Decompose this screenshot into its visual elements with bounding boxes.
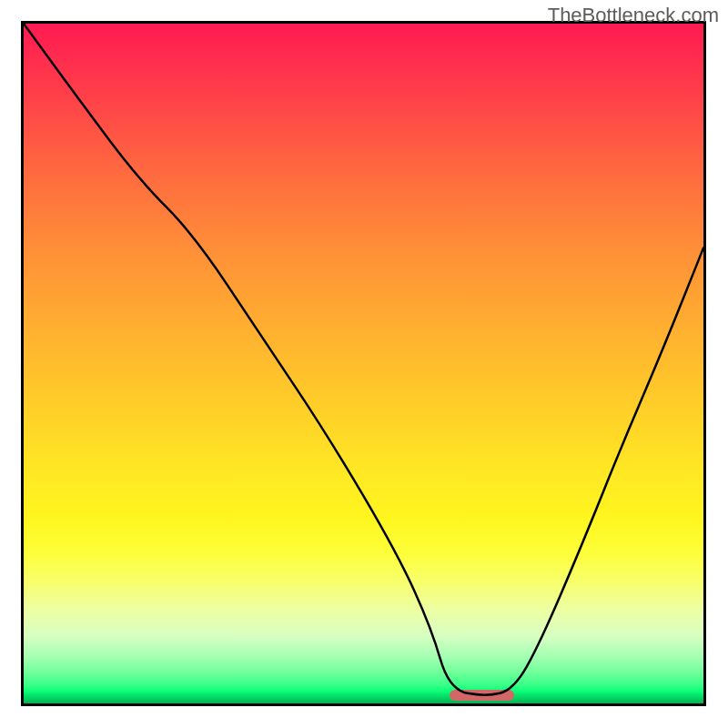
- chart-frame: [21, 21, 706, 706]
- watermark-text: TheBottleneck.com: [548, 4, 719, 27]
- bottleneck-curve: [24, 24, 703, 703]
